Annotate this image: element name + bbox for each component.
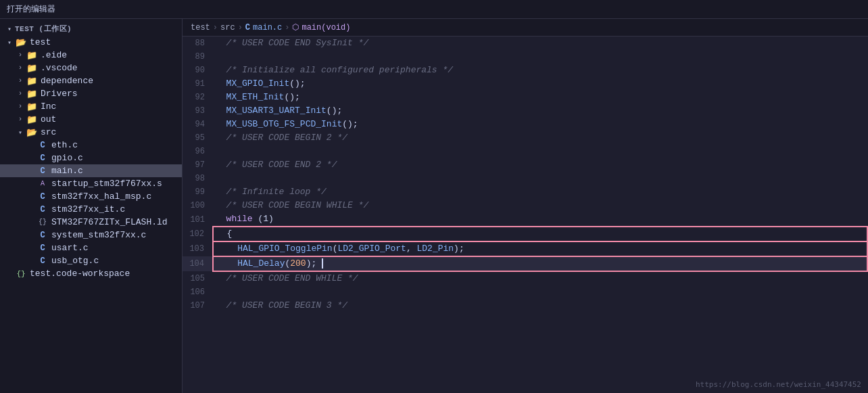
tree-item-STM32F767ZITx_FLASH.ld[interactable]: {}STM32F767ZITx_FLASH.ld [0,216,182,229]
tree-item-main.c[interactable]: Cmain.c [0,164,182,177]
tree-label: STM32F767ZITx_FLASH.ld [51,217,168,227]
tree-label: out [41,114,56,124]
c-icon: C [37,166,49,176]
c-file-icon: C [245,23,250,32]
code-line-92: 92 MX_ETH_Init(); [183,91,867,104]
line-code [213,50,867,64]
code-line-103: 103 HAL_GPIO_TogglePin(LD2_GPIO_Port, LD… [183,241,867,256]
tree-item-usb_otg.c[interactable]: Cusb_otg.c [0,254,182,267]
line-number: 98 [183,172,213,185]
folder-blue-icon: 📁 [26,102,38,112]
line-code: /* USER CODE END SysInit */ [213,37,867,50]
main-area: ▾ TEST (工作区) ▾📂test›📁.eide›📁.vscode›📁dep… [0,19,868,393]
c-icon: C [37,256,49,266]
tree-item-Drivers[interactable]: ›📁Drivers [0,87,182,100]
line-number: 88 [183,37,213,50]
code-line-104: 104 HAL_Delay(200); [183,256,867,271]
tree-item-dependence[interactable]: ›📁dependence [0,74,182,87]
tree-item-gpio.c[interactable]: Cgpio.c [0,152,182,164]
code-line-102: 102 { [183,227,867,241]
code-line-107: 107 /* USER CODE BEGIN 3 */ [183,299,867,313]
line-code: /* USER CODE BEGIN WHILE */ [213,199,867,212]
chevron-icon: › [15,90,26,97]
tree-label: Inc [41,101,56,112]
tree-label: Drivers [41,89,78,99]
line-code [213,145,867,158]
code-line-97: 97 /* USER CODE END 2 */ [183,158,867,172]
code-token: , [406,244,417,254]
tree-item-usart.c[interactable]: Cusart.c [0,241,182,254]
line-number: 102 [183,227,213,241]
code-line-91: 91 MX_GPIO_Init(); [183,77,867,91]
tree-item-test[interactable]: ▾📂test [0,36,182,49]
line-code [213,285,867,299]
tree-item-stm32f7xx_hal_msp.c[interactable]: Cstm32f7xx_hal_msp.c [0,190,182,203]
folder-blue-icon: 📁 [26,51,38,60]
line-code [213,172,867,185]
code-token: (); [342,119,358,129]
tree-item-Inc[interactable]: ›📁Inc [0,100,182,113]
line-number: 92 [183,91,213,104]
tree-item-eide[interactable]: ›📁.eide [0,49,182,62]
code-token [216,258,237,269]
line-code: MX_GPIO_Init(); [213,77,867,91]
line-code: /* USER CODE BEGIN 2 */ [213,131,867,145]
code-editor[interactable]: 88 /* USER CODE END SysInit */8990 /* In… [183,37,868,393]
code-token: /* USER CODE BEGIN WHILE */ [216,200,368,210]
line-number: 99 [183,185,213,199]
code-token: while [226,214,253,224]
tree-item-eth.c[interactable]: Ceth.c [0,139,182,152]
code-token: MX_USB_OTG_FS_PCD_Init [226,119,343,129]
c-icon: C [37,244,49,253]
code-line-106: 106 [183,285,867,299]
tree-label: startup_stm32f767xx.s [51,179,162,189]
top-bar-title: 打开的编辑器 [7,3,55,15]
tree-item-workspace[interactable]: {}test.code-workspace [0,267,182,280]
line-code: /* USER CODE END WHILE */ [213,271,867,285]
tree-item-stm32f7xx_it.c[interactable]: Cstm32f7xx_it.c [0,203,182,216]
tree-label: system_stm32f7xx.c [51,230,146,240]
code-line-98: 98 [183,172,867,185]
tree-label: dependence [41,76,93,86]
line-code: while (1) [213,212,867,227]
tree-label: main.c [51,166,83,176]
sidebar: ▾ TEST (工作区) ▾📂test›📁.eide›📁.vscode›📁dep… [0,19,183,393]
line-code: HAL_GPIO_TogglePin(LD2_GPIO_Port, LD2_Pi… [213,241,867,256]
code-line-105: 105 /* USER CODE END WHILE */ [183,271,867,285]
code-line-96: 96 [183,145,867,158]
c-icon: C [37,205,49,214]
editor-area: test › src › C main.c › ⬡ main(void) 88 … [183,19,868,393]
chevron-icon: › [15,77,26,85]
line-code: /* Infinite loop */ [213,185,867,199]
code-token: MX_USART3_UART_Init [226,106,327,116]
tree-item-out[interactable]: ›📁out [0,113,182,126]
top-bar: 打开的编辑器 [0,0,868,19]
code-token [216,92,226,102]
tree-label: .vscode [41,63,78,73]
tree-item-startup_stm32f767xx.s[interactable]: Astartup_stm32f767xx.s [0,177,182,190]
code-line-94: 94 MX_USB_OTG_FS_PCD_Init(); [183,118,867,131]
breadcrumb-file: main.c [253,23,282,32]
chevron-icon: › [15,103,26,110]
code-token [216,78,226,89]
workspace-header[interactable]: ▾ TEST (工作区) [0,22,182,36]
code-token: (1) [253,214,274,224]
tree-item-vscode[interactable]: ›📁.vscode [0,62,182,74]
code-token: LD2_Pin [417,244,454,254]
watermark: https://blog.csdn.net/weixin_44347452 [696,380,861,389]
folder-open-icon: 📂 [15,38,27,47]
code-token [216,244,237,254]
code-line-99: 99 /* Infinite loop */ [183,185,867,199]
line-code: /* USER CODE END 2 */ [213,158,867,172]
tree-item-system_stm32f7xx.c[interactable]: Csystem_stm32f7xx.c [0,229,182,241]
line-code: MX_ETH_Init(); [213,91,867,104]
code-token: (); [327,106,342,116]
tree-item-src[interactable]: ▾📂src [0,126,182,139]
c-icon: C [37,231,49,240]
code-token [216,214,226,224]
chevron-icon: › [15,116,26,123]
code-line-93: 93 MX_USART3_UART_Init(); [183,104,867,118]
folder-icon: 📁 [26,89,38,99]
breadcrumb-sep-2: › [238,23,243,32]
code-token: HAL_GPIO_TogglePin [237,244,332,254]
